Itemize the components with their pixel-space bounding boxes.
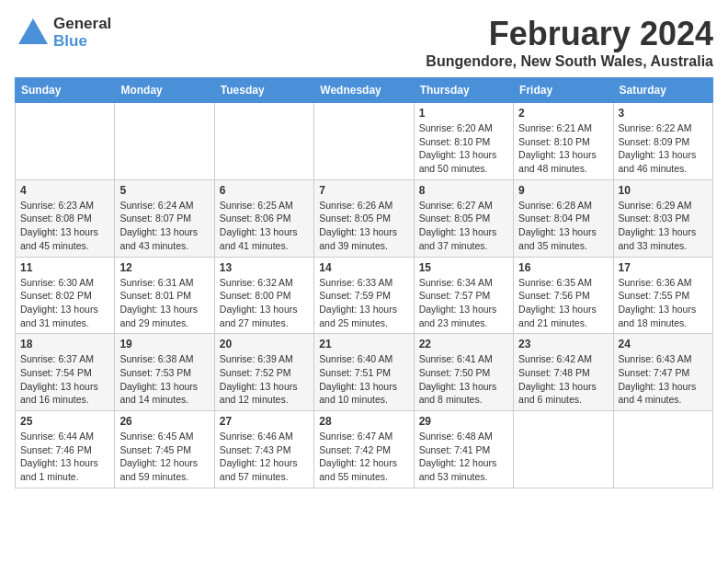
- day-info: Sunrise: 6:44 AM Sunset: 7:46 PM Dayligh…: [20, 430, 109, 484]
- calendar-day-cell: 19Sunrise: 6:38 AM Sunset: 7:53 PM Dayli…: [115, 334, 214, 411]
- day-number: 28: [319, 415, 408, 428]
- day-info: Sunrise: 6:40 AM Sunset: 7:51 PM Dayligh…: [319, 352, 408, 407]
- day-number: 6: [220, 184, 309, 197]
- calendar-day-cell: 9Sunrise: 6:28 AM Sunset: 8:04 PM Daylig…: [514, 179, 613, 257]
- day-info: Sunrise: 6:46 AM Sunset: 7:43 PM Dayligh…: [220, 430, 309, 484]
- calendar-day-cell: 22Sunrise: 6:41 AM Sunset: 7:50 PM Dayli…: [414, 334, 513, 411]
- day-number: 24: [619, 338, 708, 350]
- day-info: Sunrise: 6:34 AM Sunset: 7:57 PM Dayligh…: [419, 276, 508, 330]
- day-number: 14: [319, 261, 408, 274]
- day-info: Sunrise: 6:47 AM Sunset: 7:42 PM Dayligh…: [319, 430, 408, 484]
- calendar-day-cell: 3Sunrise: 6:22 AM Sunset: 8:09 PM Daylig…: [613, 103, 712, 180]
- day-info: Sunrise: 6:42 AM Sunset: 7:48 PM Dayligh…: [518, 352, 608, 407]
- day-info: Sunrise: 6:43 AM Sunset: 7:47 PM Dayligh…: [619, 352, 708, 407]
- calendar-header-row: SundayMondayTuesdayWednesdayThursdayFrid…: [16, 78, 713, 103]
- day-number: 4: [20, 184, 109, 197]
- calendar-day-cell: 2Sunrise: 6:21 AM Sunset: 8:10 PM Daylig…: [514, 103, 613, 180]
- day-info: Sunrise: 6:30 AM Sunset: 8:02 PM Dayligh…: [20, 276, 109, 330]
- day-info: Sunrise: 6:41 AM Sunset: 7:50 PM Dayligh…: [419, 352, 508, 407]
- day-number: 29: [419, 415, 508, 428]
- day-info: Sunrise: 6:36 AM Sunset: 7:55 PM Dayligh…: [619, 276, 708, 330]
- day-info: Sunrise: 6:37 AM Sunset: 7:54 PM Dayligh…: [20, 352, 109, 407]
- day-number: 21: [319, 338, 408, 350]
- day-number: 17: [619, 261, 708, 274]
- calendar-week-row: 18Sunrise: 6:37 AM Sunset: 7:54 PM Dayli…: [16, 334, 713, 411]
- day-number: 10: [619, 184, 708, 197]
- calendar-table: SundayMondayTuesdayWednesdayThursdayFrid…: [15, 77, 713, 488]
- day-info: Sunrise: 6:25 AM Sunset: 8:06 PM Dayligh…: [220, 199, 309, 253]
- logo-text: General Blue: [53, 16, 111, 50]
- svg-marker-0: [18, 18, 48, 44]
- calendar-day-cell: 4Sunrise: 6:23 AM Sunset: 8:08 PM Daylig…: [16, 179, 115, 257]
- calendar-day-cell: 6Sunrise: 6:25 AM Sunset: 8:06 PM Daylig…: [214, 179, 313, 257]
- day-number: 27: [220, 415, 309, 428]
- logo-icon: [15, 15, 51, 52]
- day-info: Sunrise: 6:33 AM Sunset: 7:59 PM Dayligh…: [319, 276, 408, 330]
- calendar-day-cell: 20Sunrise: 6:39 AM Sunset: 7:52 PM Dayli…: [214, 334, 313, 411]
- logo: General Blue: [15, 15, 111, 52]
- day-number: 16: [518, 261, 608, 274]
- calendar-day-cell: 12Sunrise: 6:31 AM Sunset: 8:01 PM Dayli…: [115, 257, 214, 334]
- day-info: Sunrise: 6:20 AM Sunset: 8:10 PM Dayligh…: [419, 121, 508, 176]
- calendar-subtitle: Bungendore, New South Wales, Australia: [426, 53, 713, 70]
- day-number: 23: [518, 338, 608, 350]
- day-info: Sunrise: 6:22 AM Sunset: 8:09 PM Dayligh…: [619, 121, 708, 176]
- day-info: Sunrise: 6:48 AM Sunset: 7:41 PM Dayligh…: [419, 430, 508, 484]
- calendar-day-cell: [613, 411, 712, 488]
- day-info: Sunrise: 6:29 AM Sunset: 8:03 PM Dayligh…: [619, 199, 708, 253]
- calendar-day-cell: [514, 411, 613, 488]
- calendar-day-cell: 26Sunrise: 6:45 AM Sunset: 7:45 PM Dayli…: [115, 411, 214, 488]
- day-info: Sunrise: 6:39 AM Sunset: 7:52 PM Dayligh…: [220, 352, 309, 407]
- calendar-day-cell: 28Sunrise: 6:47 AM Sunset: 7:42 PM Dayli…: [314, 411, 414, 488]
- day-of-week-header: Tuesday: [214, 78, 313, 103]
- day-info: Sunrise: 6:28 AM Sunset: 8:04 PM Dayligh…: [518, 199, 608, 253]
- logo-general: General: [53, 16, 111, 33]
- title-area: February 2024 Bungendore, New South Wale…: [426, 15, 713, 70]
- day-of-week-header: Saturday: [613, 78, 712, 103]
- calendar-day-cell: 8Sunrise: 6:27 AM Sunset: 8:05 PM Daylig…: [414, 179, 513, 257]
- day-number: 2: [518, 107, 608, 120]
- calendar-title: February 2024: [426, 15, 713, 53]
- day-info: Sunrise: 6:24 AM Sunset: 8:07 PM Dayligh…: [119, 199, 209, 253]
- day-number: 7: [319, 184, 408, 197]
- calendar-day-cell: 17Sunrise: 6:36 AM Sunset: 7:55 PM Dayli…: [613, 257, 712, 334]
- logo-blue: Blue: [53, 33, 111, 51]
- day-info: Sunrise: 6:32 AM Sunset: 8:00 PM Dayligh…: [220, 276, 309, 330]
- day-number: 18: [20, 338, 109, 350]
- day-number: 20: [220, 338, 309, 350]
- calendar-day-cell: 13Sunrise: 6:32 AM Sunset: 8:00 PM Dayli…: [214, 257, 313, 334]
- day-info: Sunrise: 6:21 AM Sunset: 8:10 PM Dayligh…: [518, 121, 608, 176]
- calendar-week-row: 4Sunrise: 6:23 AM Sunset: 8:08 PM Daylig…: [16, 179, 713, 257]
- day-info: Sunrise: 6:23 AM Sunset: 8:08 PM Dayligh…: [20, 199, 109, 253]
- day-number: 25: [20, 415, 109, 428]
- day-number: 13: [220, 261, 309, 274]
- calendar-day-cell: 11Sunrise: 6:30 AM Sunset: 8:02 PM Dayli…: [16, 257, 115, 334]
- calendar-day-cell: 23Sunrise: 6:42 AM Sunset: 7:48 PM Dayli…: [514, 334, 613, 411]
- header: General Blue February 2024 Bungendore, N…: [15, 15, 713, 70]
- calendar-day-cell: 29Sunrise: 6:48 AM Sunset: 7:41 PM Dayli…: [414, 411, 513, 488]
- calendar-day-cell: 1Sunrise: 6:20 AM Sunset: 8:10 PM Daylig…: [414, 103, 513, 180]
- calendar-day-cell: 24Sunrise: 6:43 AM Sunset: 7:47 PM Dayli…: [613, 334, 712, 411]
- day-number: 15: [419, 261, 508, 274]
- calendar-day-cell: 5Sunrise: 6:24 AM Sunset: 8:07 PM Daylig…: [115, 179, 214, 257]
- calendar-day-cell: 27Sunrise: 6:46 AM Sunset: 7:43 PM Dayli…: [214, 411, 313, 488]
- day-info: Sunrise: 6:31 AM Sunset: 8:01 PM Dayligh…: [119, 276, 209, 330]
- calendar-week-row: 25Sunrise: 6:44 AM Sunset: 7:46 PM Dayli…: [16, 411, 713, 488]
- day-info: Sunrise: 6:45 AM Sunset: 7:45 PM Dayligh…: [119, 430, 209, 484]
- day-info: Sunrise: 6:27 AM Sunset: 8:05 PM Dayligh…: [419, 199, 508, 253]
- day-number: 12: [119, 261, 209, 274]
- day-info: Sunrise: 6:35 AM Sunset: 7:56 PM Dayligh…: [518, 276, 608, 330]
- calendar-day-cell: 15Sunrise: 6:34 AM Sunset: 7:57 PM Dayli…: [414, 257, 513, 334]
- day-of-week-header: Wednesday: [314, 78, 414, 103]
- day-number: 9: [518, 184, 608, 197]
- calendar-day-cell: 14Sunrise: 6:33 AM Sunset: 7:59 PM Dayli…: [314, 257, 414, 334]
- calendar-day-cell: 18Sunrise: 6:37 AM Sunset: 7:54 PM Dayli…: [16, 334, 115, 411]
- day-of-week-header: Monday: [115, 78, 214, 103]
- calendar-week-row: 11Sunrise: 6:30 AM Sunset: 8:02 PM Dayli…: [16, 257, 713, 334]
- calendar-day-cell: 7Sunrise: 6:26 AM Sunset: 8:05 PM Daylig…: [314, 179, 414, 257]
- calendar-day-cell: [214, 103, 313, 180]
- day-number: 3: [619, 107, 708, 120]
- day-of-week-header: Sunday: [16, 78, 115, 103]
- calendar-week-row: 1Sunrise: 6:20 AM Sunset: 8:10 PM Daylig…: [16, 103, 713, 180]
- day-number: 5: [119, 184, 209, 197]
